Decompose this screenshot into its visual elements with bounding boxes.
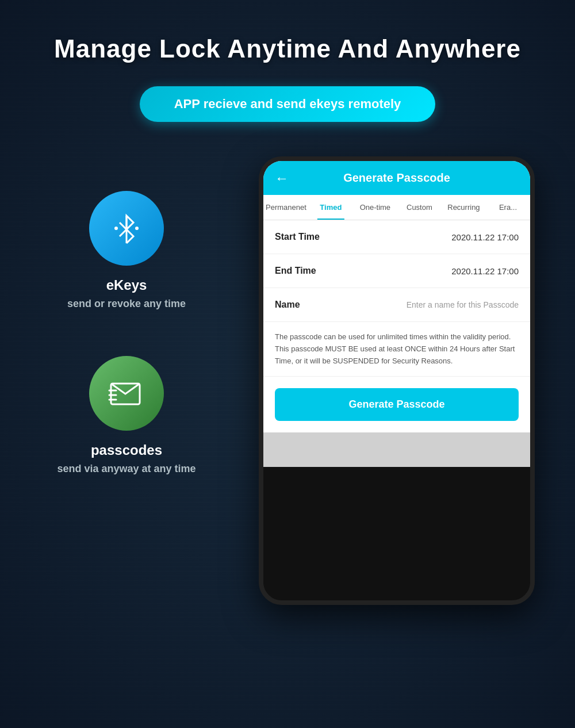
email-icon bbox=[108, 378, 145, 409]
page-title: Manage Lock Anytime And Anywhere bbox=[31, 35, 544, 63]
bluetooth-icon bbox=[109, 211, 144, 246]
tab-one-time[interactable]: One-time bbox=[353, 195, 397, 220]
ekeys-subtitle: send or revoke any time bbox=[67, 298, 186, 310]
svg-point-0 bbox=[114, 227, 118, 230]
app-bottom-area bbox=[263, 432, 530, 467]
generate-passcode-button[interactable]: Generate Passcode bbox=[275, 388, 519, 421]
app-header: ← Generate Passcode bbox=[263, 161, 530, 195]
email-icon-circle bbox=[89, 356, 164, 431]
bluetooth-icon-circle bbox=[89, 191, 164, 266]
end-time-value: 2020.11.22 17:00 bbox=[451, 266, 519, 276]
end-time-label: End Time bbox=[275, 266, 316, 276]
page-container: Manage Lock Anytime And Anywhere APP rec… bbox=[0, 0, 575, 728]
app-tabs: Permanenet Timed One-time Custom Recurri bbox=[263, 195, 530, 220]
ekeys-feature: eKeys send or revoke any time bbox=[67, 191, 186, 310]
name-label: Name bbox=[275, 300, 300, 310]
banner: APP recieve and send ekeys remotely bbox=[140, 86, 436, 122]
tab-custom[interactable]: Custom bbox=[397, 195, 442, 220]
ekeys-title: eKeys bbox=[106, 277, 147, 293]
app-body: Start Time 2020.11.22 17:00 End Time 202… bbox=[263, 220, 530, 432]
start-time-label: Start Time bbox=[275, 232, 320, 242]
back-button[interactable]: ← bbox=[275, 170, 289, 186]
passcodes-title: passcodes bbox=[91, 442, 162, 458]
tab-permanenet[interactable]: Permanenet bbox=[263, 195, 309, 220]
passcodes-feature: passcodes send via anyway at any time bbox=[57, 356, 195, 475]
start-time-row[interactable]: Start Time 2020.11.22 17:00 bbox=[263, 220, 530, 254]
tab-recurring[interactable]: Recurring bbox=[442, 195, 486, 220]
name-placeholder: Enter a name for this Passcode bbox=[407, 300, 519, 309]
app-screen: ← Generate Passcode Permanenet Timed One… bbox=[263, 161, 530, 467]
left-panel: eKeys send or revoke any time bbox=[23, 156, 230, 521]
phone-container: ← Generate Passcode Permanenet Timed One… bbox=[230, 156, 552, 605]
end-time-row[interactable]: End Time 2020.11.22 17:00 bbox=[263, 254, 530, 288]
tab-erase[interactable]: Era... bbox=[486, 195, 530, 220]
main-content: eKeys send or revoke any time bbox=[0, 156, 575, 605]
phone-mockup: ← Generate Passcode Permanenet Timed One… bbox=[259, 156, 535, 605]
svg-point-1 bbox=[135, 227, 139, 230]
name-row[interactable]: Name Enter a name for this Passcode bbox=[263, 288, 530, 322]
notice-text: The passcode can be used for unlimited t… bbox=[263, 322, 530, 377]
tab-timed[interactable]: Timed bbox=[309, 195, 353, 220]
passcodes-subtitle: send via anyway at any time bbox=[57, 463, 195, 475]
app-header-title: Generate Passcode bbox=[343, 171, 450, 185]
start-time-value: 2020.11.22 17:00 bbox=[451, 232, 519, 242]
